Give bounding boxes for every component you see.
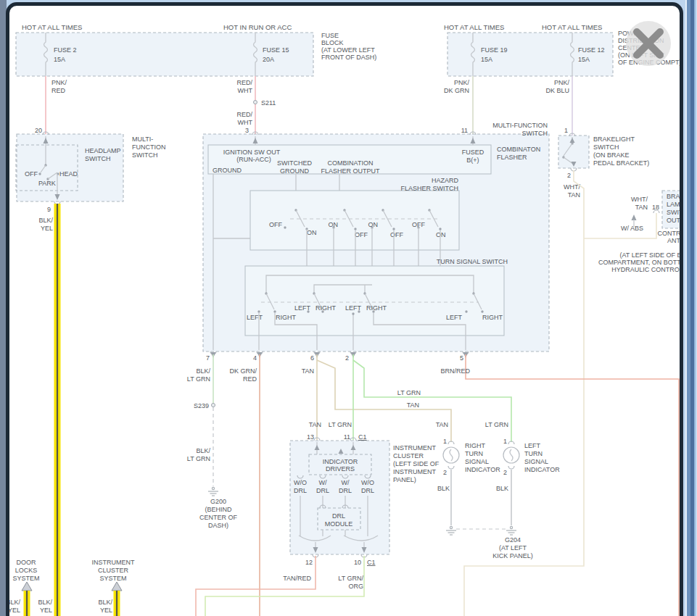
svg-text:INSTRUMENT: INSTRUMENT	[393, 468, 436, 475]
ignition-sw-out-label: IGNITION SW OUT	[223, 149, 281, 156]
svg-text:TAN: TAN	[568, 191, 580, 199]
svg-text:DRL: DRL	[316, 487, 329, 494]
w-drl-label-1: W/	[319, 479, 327, 486]
combination-flasher-label: COMBINATON	[497, 146, 540, 153]
svg-text:CLUSTER: CLUSTER	[98, 567, 129, 574]
svg-text:RIGHT: RIGHT	[276, 314, 297, 321]
svg-text:FUNCTION: FUNCTION	[132, 143, 166, 151]
svg-text:RIGHT: RIGHT	[315, 304, 337, 312]
tan-label: TAN	[302, 367, 314, 375]
lt-grn-org-label: LT GRN/	[338, 575, 363, 582]
svg-text:BLK/: BLK/	[196, 447, 210, 454]
pin-11: 11	[461, 127, 468, 134]
svg-text:ORG: ORG	[348, 583, 363, 590]
hot-at-all-times-label: HOT AT ALL TIMES	[542, 23, 602, 31]
svg-text:ON: ON	[307, 229, 317, 236]
connector-c1-top: C1	[358, 433, 367, 441]
red-wht-label: RED/	[236, 79, 252, 86]
svg-text:INDICATOR: INDICATOR	[465, 466, 500, 473]
switched-ground-label: SWITCHED	[277, 159, 312, 167]
pin-1: 1	[564, 127, 568, 134]
pin-9: 9	[47, 206, 51, 213]
instrument-cluster-caption: INSTRUMENT	[393, 444, 436, 451]
svg-text:KICK PANEL): KICK PANEL)	[492, 552, 532, 559]
svg-text:LT GRN: LT GRN	[187, 455, 210, 462]
svg-text:LT GRN: LT GRN	[329, 421, 352, 428]
svg-text:PANEL): PANEL)	[393, 476, 416, 483]
splice-s239-label: S239	[194, 402, 209, 409]
fuse-19-rating: 15A	[481, 56, 492, 63]
g200-label: G200	[210, 498, 226, 505]
blk-yel-cluster-label: BLK/	[98, 599, 112, 606]
headlamp-head-label: HEAD	[59, 170, 78, 178]
svg-text:(RUN-ACC): (RUN-ACC)	[236, 156, 271, 163]
svg-text:FLASHER OUTPUT: FLASHER OUTPUT	[321, 167, 380, 175]
headlamp-switch: HEADLAMP SWITCH OFF HEAD PARK 9	[16, 132, 123, 213]
hazard-flasher-switch-box	[250, 191, 459, 250]
tan-red-label: TAN/RED	[283, 575, 311, 582]
svg-text:LOCKS: LOCKS	[15, 567, 38, 574]
window-right-edge	[684, 0, 697, 616]
close-button[interactable]	[626, 21, 671, 66]
svg-text:RED/: RED/	[236, 111, 252, 118]
svg-text:RED: RED	[51, 87, 66, 94]
wo-drl-label-1: W/O	[294, 479, 307, 486]
pnk-dk-blu-label: PNK/	[554, 79, 570, 86]
svg-text:CENTER OF: CENTER OF	[199, 514, 238, 521]
left-indicator-label: LEFT	[524, 442, 541, 449]
fuse-2-rating: 15A	[54, 56, 65, 63]
svg-text:YEL: YEL	[100, 607, 112, 614]
blk-label-right: BLK	[437, 485, 450, 492]
fuse-block-box	[16, 33, 313, 76]
svg-text:TURN: TURN	[465, 450, 483, 457]
svg-text:FLASHER SWITCH: FLASHER SWITCH	[400, 185, 458, 192]
svg-text:DK BLU: DK BLU	[545, 87, 569, 94]
svg-text:INDICATOR: INDICATOR	[524, 466, 560, 473]
headlamp-switch-box	[17, 134, 123, 201]
svg-text:(LEFT SIDE OF: (LEFT SIDE OF	[393, 460, 440, 467]
w-drl-label-2: W/	[342, 479, 350, 486]
svg-text:RIGHT: RIGHT	[366, 304, 387, 312]
svg-text:SWITCH: SWITCH	[132, 151, 158, 159]
right-indicator-label: RIGHT	[465, 442, 486, 449]
pin-13: 13	[307, 433, 314, 441]
indicator-drivers-label: INDICATOR	[323, 458, 358, 465]
headlamp-park-label: PARK	[38, 180, 56, 187]
brakelight-switch-label: BRAKELIGHT	[593, 136, 635, 143]
pin-1-left: 1	[503, 438, 507, 445]
hot-in-run-or-acc-label: HOT IN RUN OR ACC	[223, 23, 292, 31]
mfs-label-right: MULTI-FUNCTION	[492, 122, 548, 129]
lt-grn-label: LT GRN	[397, 389, 421, 396]
svg-text:TAN: TAN	[407, 401, 419, 409]
hot-at-all-times-label: HOT AT ALL TIMES	[22, 23, 82, 31]
svg-text:(BEHIND: (BEHIND	[205, 506, 232, 513]
pin-3: 3	[245, 127, 249, 134]
blk-label-left: BLK	[496, 485, 508, 492]
svg-text:SWITCH: SWITCH	[593, 143, 619, 151]
svg-text:SIGNAL: SIGNAL	[465, 458, 489, 465]
fused-b-label: FUSED	[462, 149, 484, 156]
svg-text:ON: ON	[368, 221, 379, 228]
svg-text:FRONT OF DASH): FRONT OF DASH)	[321, 54, 376, 61]
g204-label: G204	[505, 536, 521, 544]
svg-text:SWITCH: SWITCH	[522, 130, 548, 137]
svg-text:YEL: YEL	[8, 607, 20, 614]
svg-text:LT GRN: LT GRN	[187, 375, 210, 383]
svg-text:LEFT: LEFT	[345, 304, 362, 312]
wo-drl-label-2: W/O	[361, 479, 374, 486]
pin-6: 6	[310, 354, 314, 362]
wiring-diagram-viewer: HOT AT ALL TIMES HOT IN RUN OR ACC FUSE …	[0, 0, 697, 616]
brn-red-label: BRN/RED	[440, 367, 470, 375]
svg-text:LEFT: LEFT	[247, 314, 263, 321]
fuse-2-name: FUSE 2	[54, 46, 77, 54]
svg-text:RIGHT: RIGHT	[482, 314, 503, 321]
svg-text:PEDAL BRACKET): PEDAL BRACKET)	[593, 159, 649, 167]
svg-text:DASH): DASH)	[208, 522, 228, 529]
svg-text:DK GRN: DK GRN	[444, 87, 469, 94]
fuse-15-rating: 20A	[263, 56, 274, 63]
splice-s211-label: S211	[261, 99, 276, 107]
svg-text:LEFT: LEFT	[446, 314, 463, 321]
svg-text:WHT: WHT	[238, 119, 253, 126]
svg-text:GROUND: GROUND	[280, 167, 309, 175]
splice-s239	[212, 404, 215, 407]
